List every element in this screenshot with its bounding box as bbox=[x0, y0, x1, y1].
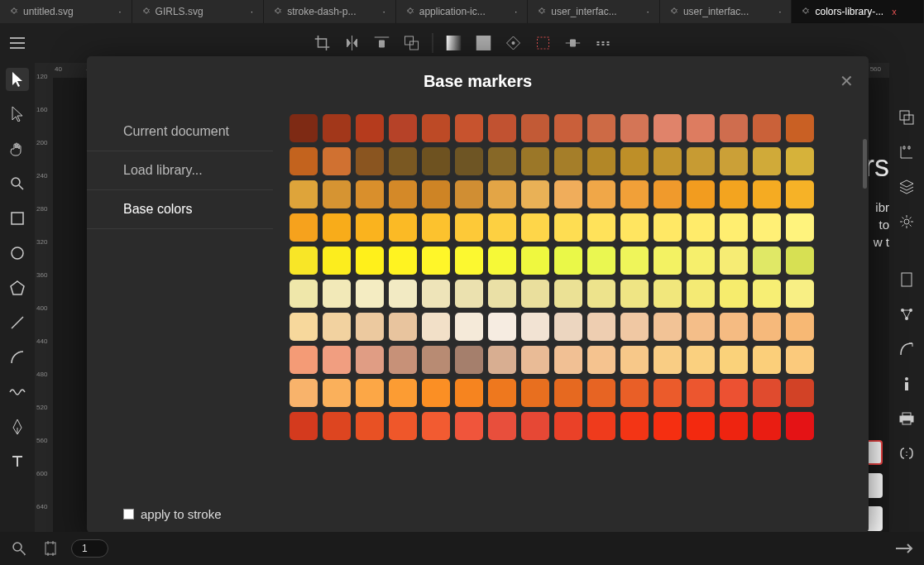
color-swatch[interactable] bbox=[687, 147, 715, 175]
color-swatch[interactable] bbox=[488, 313, 516, 341]
color-swatch[interactable] bbox=[753, 147, 781, 175]
color-swatch[interactable] bbox=[356, 114, 384, 142]
color-swatch[interactable] bbox=[687, 379, 715, 407]
color-swatch[interactable] bbox=[290, 180, 318, 208]
color-swatch[interactable] bbox=[554, 213, 582, 242]
color-swatch[interactable] bbox=[753, 213, 781, 242]
color-swatch[interactable] bbox=[356, 180, 384, 208]
color-swatch[interactable] bbox=[290, 313, 318, 341]
color-swatch[interactable] bbox=[290, 346, 318, 374]
color-swatch[interactable] bbox=[422, 280, 450, 308]
color-swatch[interactable] bbox=[389, 114, 417, 142]
color-swatch[interactable] bbox=[323, 147, 351, 175]
forward-icon[interactable] bbox=[894, 538, 916, 559]
artboard-icon[interactable] bbox=[40, 538, 61, 559]
color-swatch[interactable] bbox=[323, 346, 351, 374]
color-swatch[interactable] bbox=[720, 346, 748, 374]
color-swatch[interactable] bbox=[753, 280, 781, 308]
color-swatch[interactable] bbox=[455, 412, 483, 440]
color-swatch[interactable] bbox=[587, 280, 615, 308]
color-swatch[interactable] bbox=[654, 313, 682, 341]
color-swatch[interactable] bbox=[587, 114, 615, 142]
zoom-tool[interactable] bbox=[6, 172, 29, 195]
color-swatch[interactable] bbox=[687, 346, 715, 374]
color-swatch[interactable] bbox=[422, 147, 450, 175]
color-swatch[interactable] bbox=[455, 114, 483, 142]
color-swatch[interactable] bbox=[587, 247, 615, 275]
color-swatch[interactable] bbox=[620, 180, 649, 208]
color-swatch[interactable] bbox=[786, 147, 814, 175]
color-swatch[interactable] bbox=[422, 313, 450, 341]
flip-horizontal-icon[interactable] bbox=[339, 31, 364, 55]
color-swatch[interactable] bbox=[620, 313, 649, 341]
color-swatch[interactable] bbox=[389, 247, 417, 275]
color-swatch[interactable] bbox=[290, 147, 318, 175]
line-tool[interactable] bbox=[6, 311, 29, 334]
color-swatch[interactable] bbox=[323, 412, 351, 440]
align-icon[interactable] bbox=[369, 31, 394, 55]
color-swatch[interactable] bbox=[290, 247, 318, 275]
color-swatch[interactable] bbox=[720, 247, 748, 275]
color-swatch[interactable] bbox=[753, 114, 781, 142]
color-swatch[interactable] bbox=[786, 412, 814, 440]
gradient-icon[interactable] bbox=[441, 31, 466, 55]
color-swatch[interactable] bbox=[356, 379, 384, 407]
color-swatch[interactable] bbox=[554, 280, 582, 308]
color-swatch[interactable] bbox=[488, 346, 516, 374]
color-swatch[interactable] bbox=[720, 213, 748, 242]
color-swatch[interactable] bbox=[587, 346, 615, 374]
color-swatch[interactable] bbox=[687, 180, 715, 208]
color-swatch[interactable] bbox=[687, 280, 715, 308]
color-swatch[interactable] bbox=[356, 147, 384, 175]
color-swatch[interactable] bbox=[389, 180, 417, 208]
search-icon[interactable] bbox=[8, 538, 30, 559]
distribute-icon[interactable] bbox=[560, 31, 585, 55]
color-swatch[interactable] bbox=[323, 247, 351, 275]
color-swatch[interactable] bbox=[720, 280, 748, 308]
color-swatch[interactable] bbox=[687, 313, 715, 341]
color-swatch[interactable] bbox=[720, 180, 748, 208]
close-icon[interactable]: ✕ bbox=[840, 71, 854, 91]
color-swatch[interactable] bbox=[521, 313, 549, 341]
color-swatch[interactable] bbox=[323, 180, 351, 208]
pen-tool[interactable] bbox=[6, 415, 29, 438]
color-swatch[interactable] bbox=[389, 280, 417, 308]
resize-icon[interactable] bbox=[895, 141, 918, 164]
color-swatch[interactable] bbox=[422, 247, 450, 275]
freehand-tool[interactable] bbox=[6, 381, 29, 404]
color-swatch[interactable] bbox=[654, 147, 682, 175]
color-swatch[interactable] bbox=[488, 280, 516, 308]
color-swatch[interactable] bbox=[720, 313, 748, 341]
color-swatch[interactable] bbox=[720, 147, 748, 175]
color-swatch[interactable] bbox=[521, 346, 549, 374]
color-swatch[interactable] bbox=[521, 280, 549, 308]
color-swatch[interactable] bbox=[389, 412, 417, 440]
color-swatch[interactable] bbox=[323, 280, 351, 308]
zoom-input[interactable]: 1 bbox=[71, 539, 108, 558]
tab[interactable]: GIRLS.svg· bbox=[132, 0, 265, 23]
apply-to-stroke-checkbox[interactable] bbox=[123, 509, 134, 520]
color-swatch[interactable] bbox=[323, 114, 351, 142]
color-swatch[interactable] bbox=[488, 147, 516, 175]
color-swatch[interactable] bbox=[290, 114, 318, 142]
color-swatch[interactable] bbox=[620, 346, 649, 374]
color-swatch[interactable] bbox=[422, 114, 450, 142]
color-swatch[interactable] bbox=[389, 346, 417, 374]
tab[interactable]: stroke-dash-p...· bbox=[264, 0, 396, 23]
color-swatch[interactable] bbox=[654, 346, 682, 374]
color-swatch[interactable] bbox=[786, 379, 814, 407]
color-swatch[interactable] bbox=[654, 247, 682, 275]
color-swatch[interactable] bbox=[587, 213, 615, 242]
select-tool[interactable] bbox=[6, 68, 29, 91]
color-swatch[interactable] bbox=[620, 147, 649, 175]
menu-button[interactable] bbox=[7, 32, 28, 54]
page-icon[interactable] bbox=[895, 268, 918, 291]
direct-select-tool[interactable] bbox=[6, 103, 29, 126]
color-swatch[interactable] bbox=[654, 412, 682, 440]
color-swatch[interactable] bbox=[521, 180, 549, 208]
color-swatch[interactable] bbox=[587, 180, 615, 208]
color-swatch[interactable] bbox=[521, 147, 549, 175]
sidebar-item-base-colors[interactable]: Base colors bbox=[87, 190, 273, 229]
color-swatch[interactable] bbox=[455, 280, 483, 308]
color-swatch[interactable] bbox=[753, 247, 781, 275]
